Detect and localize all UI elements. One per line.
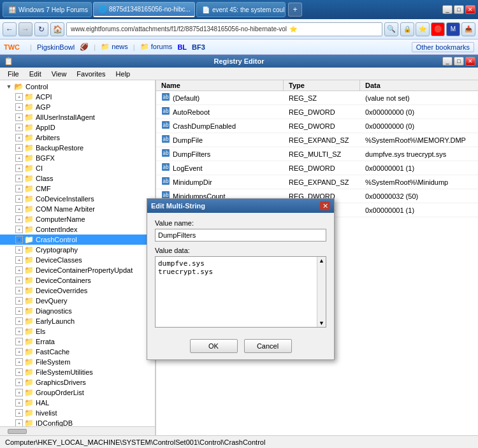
tree-item[interactable]: +📁AllUserInstallAgent (0, 112, 155, 122)
bm-forums[interactable]: 📁 forums (140, 43, 173, 51)
dialog-close-btn[interactable]: ✕ (320, 201, 330, 210)
regedit-maximize[interactable]: □ (454, 57, 464, 66)
regedit-minimize[interactable]: _ (442, 57, 453, 66)
tree-expander[interactable]: + (15, 226, 23, 233)
tree-item[interactable]: +📁DeviceOverrides (0, 285, 155, 296)
tree-item[interactable]: +📁FileSystemUtilities (0, 367, 155, 377)
reload-btn[interactable]: ↻ (34, 22, 48, 36)
tree-item[interactable]: +📁ComputerName (0, 214, 155, 224)
menu-favorites[interactable]: Favorites (71, 69, 110, 79)
search-btn[interactable]: 🔍 (384, 22, 398, 36)
menu-help[interactable]: Help (111, 69, 136, 79)
ext-btn-2[interactable]: ⭐ (416, 22, 430, 36)
tree-scroll-area[interactable]: ▼📂Control+📁ACPI+📁AGP+📁AllUserInstallAgen… (0, 80, 155, 426)
other-bookmarks[interactable]: Other bookmarks (412, 42, 474, 52)
menu-file[interactable]: File (3, 69, 24, 79)
bm-bf3[interactable]: BF3 (192, 43, 205, 51)
maximize-btn[interactable]: □ (454, 5, 464, 14)
address-bar[interactable]: www.eightforums.com/attachments/f1/f2/88… (66, 22, 382, 36)
tree-expander[interactable]: ▼ (5, 83, 13, 90)
regedit-close[interactable]: ✕ (465, 57, 475, 66)
tree-expander[interactable]: + (15, 205, 23, 213)
forward-btn[interactable]: → (18, 22, 33, 36)
taskbar-tab-nohibernate[interactable]: 🌐 8875d1348165056-no-hibc... ✕ (93, 2, 195, 17)
tree-item[interactable]: +📁AGP (0, 102, 155, 112)
value-row[interactable]: abAutoRebootREG_DWORD0x00000000 (0) (156, 105, 478, 119)
value-name-input[interactable] (155, 229, 326, 242)
tree-item[interactable]: +📁HAL (0, 398, 155, 408)
tree-item[interactable]: +📁COM Name Arbiter (0, 204, 155, 214)
tree-item[interactable]: +📁hivelist (0, 408, 155, 418)
tree-item[interactable]: +📁DeviceClasses (0, 255, 155, 265)
value-row[interactable]: abMinidumpDirREG_EXPAND_SZ%SystemRoot%\M… (156, 175, 478, 189)
taskbar-tab-event45[interactable]: 📄 event 45: the system coul... ✕ (196, 2, 286, 17)
tree-expander[interactable]: + (15, 93, 23, 101)
value-row[interactable]: abDumpFileREG_EXPAND_SZ%SystemRoot%\MEMO… (156, 133, 478, 147)
back-btn[interactable]: ← (3, 22, 17, 36)
tree-expander[interactable]: + (15, 287, 23, 294)
tree-expander[interactable]: + (15, 338, 23, 345)
bm-pigskin[interactable]: PigskinBowl (37, 43, 75, 51)
taskbar-tab-win7forums[interactable]: 🪟 Windows 7 Help Forums ✕ (3, 2, 92, 17)
tree-expander[interactable]: + (15, 246, 23, 254)
value-data-input[interactable] (156, 257, 317, 327)
tree-item[interactable]: +📁Class (0, 173, 155, 184)
minimize-btn[interactable]: _ (442, 5, 453, 14)
menu-edit[interactable]: Edit (24, 69, 47, 79)
tree-item[interactable]: +📁GraphicsDrivers (0, 377, 155, 387)
tree-item[interactable]: +📁Els (0, 326, 155, 336)
tree-item[interactable]: +📁Cryptography (0, 245, 155, 255)
bm-news[interactable]: 📁 news (101, 43, 128, 51)
tree-item[interactable]: +📁GroupOrderList (0, 387, 155, 398)
tree-item[interactable]: +📁BackupRestore (0, 143, 155, 153)
tree-item[interactable]: +📁CI (0, 163, 155, 173)
tree-item[interactable]: +📁DevQuery (0, 296, 155, 306)
tree-expander[interactable]: + (15, 124, 23, 131)
tree-expander[interactable]: + (15, 389, 23, 396)
tree-expander[interactable]: + (15, 307, 23, 315)
tree-expander[interactable]: + (15, 358, 23, 366)
close-btn[interactable]: ✕ (465, 5, 475, 14)
textarea-scrollbar[interactable]: ▲ ▼ (317, 257, 326, 327)
value-row[interactable]: abCrashDumpEnabledREG_DWORD0x00000000 (0… (156, 119, 478, 133)
value-row[interactable]: abDumpFiltersREG_MULTI_SZdumpfve.sys tru… (156, 147, 478, 161)
cancel-button[interactable]: Cancel (244, 339, 292, 353)
tree-expander[interactable]: + (15, 297, 23, 305)
ext-btn-4[interactable]: M (446, 22, 460, 36)
tree-item[interactable]: +📁FastCache (0, 347, 155, 357)
tree-expander[interactable]: + (15, 317, 23, 325)
tree-item[interactable]: +📁Arbiters (0, 133, 155, 143)
tree-expander[interactable]: + (15, 154, 23, 162)
tree-expander[interactable]: + (15, 368, 23, 376)
tree-item[interactable]: +📁Diagnostics (0, 306, 155, 316)
tree-expander[interactable]: + (15, 144, 23, 152)
tree-item[interactable]: +📁IDConfigDB (0, 418, 155, 426)
tree-item[interactable]: +📁AppID (0, 122, 155, 133)
tree-expander[interactable]: + (15, 185, 23, 192)
ext-btn-5[interactable]: 📥 (461, 22, 475, 36)
tree-expander[interactable]: + (15, 399, 23, 407)
tree-item[interactable]: +📁BGFX (0, 153, 155, 163)
ext-btn-1[interactable]: 🔒 (400, 22, 414, 36)
tree-expander[interactable]: + (15, 277, 23, 284)
tree-expander[interactable]: + (15, 256, 23, 264)
bm-bl[interactable]: BL (177, 43, 187, 51)
new-tab-btn[interactable]: + (288, 3, 302, 17)
tree-item[interactable]: ▼📂Control (0, 82, 155, 92)
value-row[interactable]: ab(Default)REG_SZ(value not set) (156, 91, 478, 105)
tree-item[interactable]: +📁ContentIndex (0, 224, 155, 235)
tree-hscroll[interactable] (0, 426, 155, 435)
tree-item[interactable]: +📁CrashControl (0, 235, 155, 245)
tree-expander[interactable]: + (15, 164, 23, 172)
tree-expander[interactable]: + (15, 236, 23, 243)
tree-expander[interactable]: + (15, 266, 23, 274)
tree-expander[interactable]: + (15, 409, 23, 417)
tree-expander[interactable]: + (15, 419, 23, 426)
tree-item[interactable]: +📁DeviceContainerPropertyUpdat (0, 265, 155, 275)
tree-expander[interactable]: + (15, 215, 23, 223)
tree-item[interactable]: +📁Errata (0, 336, 155, 347)
ok-button[interactable]: OK (190, 339, 238, 353)
ext-btn-3[interactable]: 🛑 (431, 22, 445, 36)
tree-expander[interactable]: + (15, 134, 23, 141)
tree-expander[interactable]: + (15, 328, 23, 335)
